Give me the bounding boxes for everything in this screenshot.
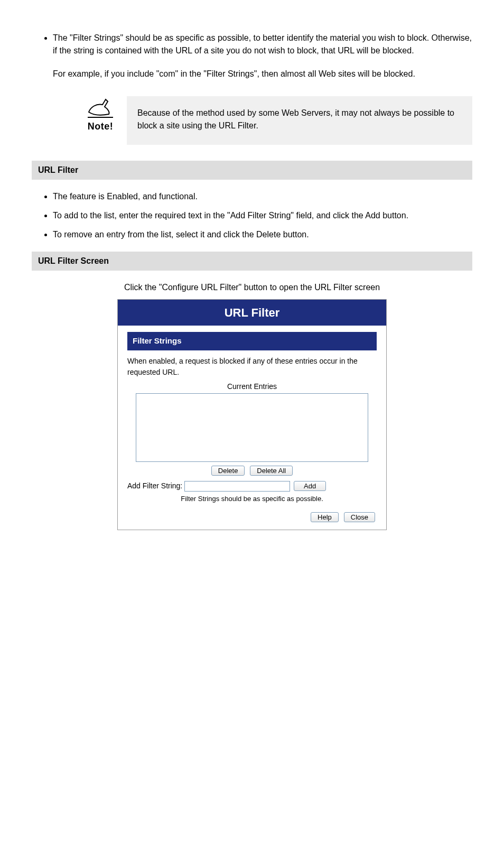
note-text: Because of the method used by some Web S… <box>127 96 472 145</box>
add-filter-label: Add Filter String: <box>127 481 182 490</box>
note-icon-wrap: Note! <box>85 96 116 134</box>
delete-all-button[interactable]: Delete All <box>250 466 293 476</box>
note-block: Note! Because of the method used by some… <box>85 96 472 145</box>
dialog-title: URL Filter <box>118 300 386 326</box>
intro-list: The "Filter Strings" should be as specif… <box>32 32 472 57</box>
urlfilter-bullet-3: To remove an entry from the list, select… <box>53 228 472 241</box>
intro-bullet-1: The "Filter Strings" should be as specif… <box>53 32 472 57</box>
urlfilter-list: The feature is Enabled, and functional. … <box>32 190 472 241</box>
dialog-footer: Help Close <box>127 511 377 522</box>
urlfilter-bullet-2: To add to the list, enter the required t… <box>53 209 472 222</box>
section-bar-urlfilter: URL Filter <box>32 161 472 180</box>
note-hand-icon <box>85 96 116 119</box>
delete-button[interactable]: Delete <box>211 466 245 476</box>
filter-strings-header: Filter Strings <box>127 332 377 350</box>
dialog-body: Filter Strings When enabled, a request i… <box>118 326 386 530</box>
delete-button-row: Delete Delete All <box>127 465 377 476</box>
url-filter-dialog: URL Filter Filter Strings When enabled, … <box>117 299 387 530</box>
section-bar-urlfilter-screen: URL Filter Screen <box>32 252 472 271</box>
current-entries-label: Current Entries <box>127 381 377 392</box>
close-button[interactable]: Close <box>344 512 375 522</box>
current-entries-listbox[interactable] <box>136 393 368 462</box>
urlfilter-bullet-1: The feature is Enabled, and functional. <box>53 190 472 203</box>
add-button[interactable]: Add <box>294 481 326 491</box>
screen-caption: Click the "Configure URL Filter" button … <box>32 281 472 294</box>
help-button[interactable]: Help <box>311 512 339 522</box>
filter-hint: Filter Strings should be as specific as … <box>127 494 377 504</box>
add-filter-input[interactable] <box>184 481 290 492</box>
note-label: Note! <box>85 119 116 134</box>
add-row: Add Filter String: Add <box>127 480 377 492</box>
intro-para: For example, if you include "com" in the… <box>53 68 472 80</box>
dialog-description: When enabled, a request is blocked if an… <box>127 356 377 378</box>
